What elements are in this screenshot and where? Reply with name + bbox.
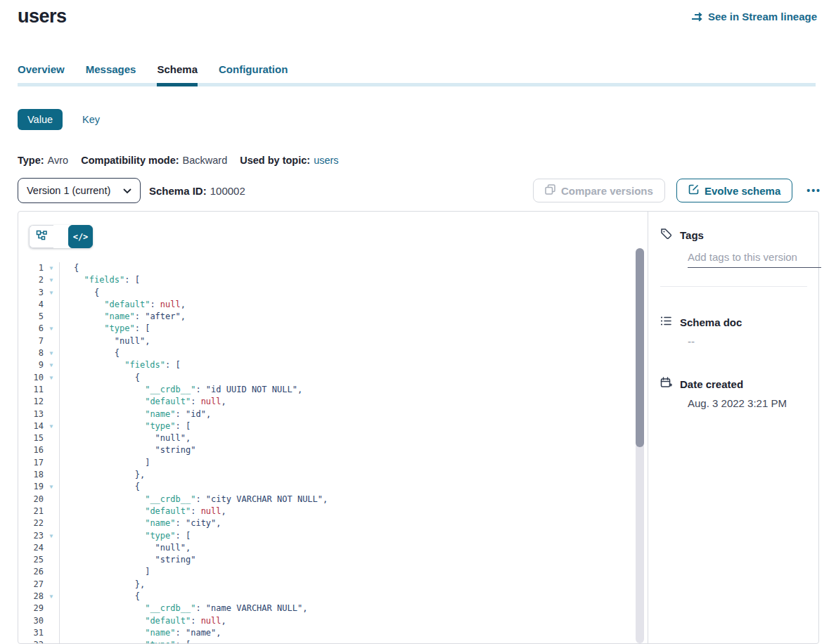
evolve-schema-button[interactable]: Evolve schema xyxy=(676,179,792,202)
code-line: 20 "__crdb__": "city VARCHAR NOT NULL", xyxy=(18,494,648,505)
value-toggle-button[interactable]: Value xyxy=(18,109,63,130)
compare-icon xyxy=(545,184,555,197)
fold-arrow-icon[interactable]: ▼ xyxy=(44,420,59,432)
compatibility-value: Backward xyxy=(183,155,228,166)
code-line: 13 "name": "id", xyxy=(18,408,648,420)
tags-section-title: Tags xyxy=(660,228,807,242)
tab-bar: Overview Messages Schema Configuration xyxy=(18,64,816,83)
fold-arrow-icon[interactable]: ▼ xyxy=(44,347,59,359)
code-line: 26 ] xyxy=(18,566,648,578)
line-number: 12 xyxy=(18,396,44,408)
code-text: "name": "after", xyxy=(74,311,186,323)
code-text: "name": "id", xyxy=(74,408,211,420)
code-text: "fields": [ xyxy=(74,274,140,286)
editor-scrollbar-track[interactable] xyxy=(636,248,644,643)
code-text: "null", xyxy=(74,542,191,554)
fold-arrow-icon[interactable]: ▼ xyxy=(44,262,59,274)
line-number: 24 xyxy=(18,542,44,554)
schema-page: users See in Stream lineage Overview Mes… xyxy=(0,0,836,644)
code-line: 30 "default": null, xyxy=(18,615,648,627)
line-number: 13 xyxy=(18,408,44,420)
tree-view-button[interactable] xyxy=(29,225,53,248)
schema-doc-value: -- xyxy=(688,335,807,347)
fold-arrow-icon[interactable]: ▼ xyxy=(44,372,59,384)
schema-doc-title: Schema doc xyxy=(680,316,742,328)
fold-spacer xyxy=(44,603,59,614)
code-line: 25 "string" xyxy=(18,554,648,566)
line-number: 23 xyxy=(18,530,44,542)
code-lines: 1▼{2▼ "fields": [3▼ {4 "default": null,5… xyxy=(18,262,648,643)
page-title: users xyxy=(18,6,67,27)
line-number: 7 xyxy=(18,335,44,347)
gutter-separator xyxy=(59,262,60,643)
code-text: { xyxy=(74,372,140,384)
line-number: 5 xyxy=(18,311,44,323)
compare-versions-label: Compare versions xyxy=(561,185,653,197)
code-line: 23▼ "type": [ xyxy=(18,530,648,542)
compatibility-label: Compatibility mode: xyxy=(81,155,179,166)
code-view-button[interactable]: </> xyxy=(68,225,93,248)
tab-schema[interactable]: Schema xyxy=(157,64,198,75)
version-select[interactable]: Version 1 (current) xyxy=(18,178,141,203)
key-toggle-button[interactable]: Key xyxy=(82,114,100,125)
fold-spacer xyxy=(44,384,59,396)
lineage-link-label: See in Stream lineage xyxy=(708,11,817,22)
fold-arrow-icon[interactable]: ▼ xyxy=(44,274,59,286)
line-number: 11 xyxy=(18,384,44,396)
tree-view-icon xyxy=(36,230,47,243)
fold-arrow-icon[interactable]: ▼ xyxy=(44,287,59,299)
fold-spacer xyxy=(44,444,59,456)
line-number: 20 xyxy=(18,494,44,505)
line-number: 26 xyxy=(18,566,44,578)
code-text: "name": "city", xyxy=(74,517,221,529)
page-header: users See in Stream lineage xyxy=(18,6,817,27)
compare-versions-button[interactable]: Compare versions xyxy=(533,179,665,202)
code-view-icon: </> xyxy=(73,232,89,242)
tab-overview[interactable]: Overview xyxy=(18,64,65,75)
code-line: 6▼ "type": [ xyxy=(18,323,648,335)
tab-messages[interactable]: Messages xyxy=(86,64,136,75)
fold-arrow-icon[interactable]: ▼ xyxy=(44,591,59,603)
view-mode-toggle: </> xyxy=(29,225,93,248)
version-bar: Version 1 (current) Schema ID: 100002 xyxy=(18,178,824,203)
tags-input[interactable] xyxy=(688,251,821,268)
line-number: 18 xyxy=(18,469,44,481)
fold-arrow-icon[interactable]: ▼ xyxy=(44,323,59,335)
fold-arrow-icon[interactable]: ▼ xyxy=(44,639,59,643)
code-line: 18 }, xyxy=(18,469,648,481)
meta-type: Type: Avro xyxy=(18,155,68,166)
fold-arrow-icon[interactable]: ▼ xyxy=(44,481,59,493)
line-number: 6 xyxy=(18,323,44,335)
see-in-stream-lineage-link[interactable]: See in Stream lineage xyxy=(691,11,817,22)
tab-underline-track xyxy=(18,83,816,86)
fold-spacer xyxy=(44,505,59,517)
line-number: 31 xyxy=(18,627,44,639)
code-text: "fields": [ xyxy=(74,359,181,371)
fold-spacer xyxy=(44,335,59,347)
fold-arrow-icon[interactable]: ▼ xyxy=(44,359,59,371)
code-text: }, xyxy=(74,579,145,591)
editor-scrollbar-thumb[interactable] xyxy=(636,248,644,447)
used-by-topic-label: Used by topic: xyxy=(240,155,310,166)
topic-link[interactable]: users xyxy=(314,155,338,166)
value-key-toggle: Value Key xyxy=(18,109,100,130)
chevron-down-icon xyxy=(123,185,131,196)
fold-spacer xyxy=(44,396,59,408)
code-line: 21 "default": null, xyxy=(18,505,648,517)
fold-spacer xyxy=(44,469,59,481)
code-text: { xyxy=(74,262,79,274)
line-number: 22 xyxy=(18,517,44,529)
tab-configuration[interactable]: Configuration xyxy=(219,64,288,75)
fold-spacer xyxy=(44,408,59,420)
code-editor[interactable]: 1▼{2▼ "fields": [3▼ {4 "default": null,5… xyxy=(18,262,648,643)
code-line: 3▼ { xyxy=(18,287,648,299)
more-options-button[interactable]: ••• xyxy=(804,186,824,195)
code-line: 9▼ "fields": [ xyxy=(18,359,648,371)
code-line: 32▼ "type": [ xyxy=(18,639,648,643)
code-line: 24 "null", xyxy=(18,542,648,554)
fold-arrow-icon[interactable]: ▼ xyxy=(44,530,59,542)
line-number: 19 xyxy=(18,481,44,493)
code-text: "__crdb__": "name VARCHAR NULL", xyxy=(74,603,307,614)
code-text: "type": [ xyxy=(74,323,150,335)
fold-spacer xyxy=(44,554,59,566)
